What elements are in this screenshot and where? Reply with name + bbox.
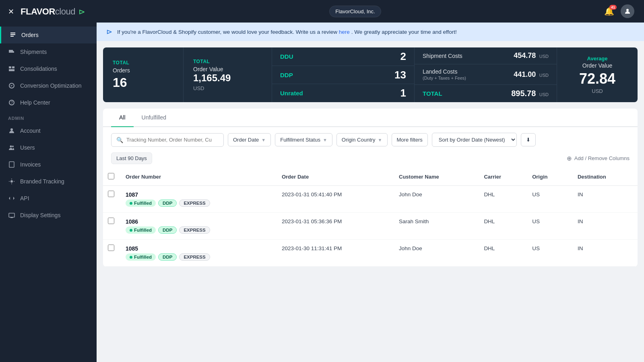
search-box[interactable]: 🔍 (111, 133, 224, 147)
svg-rect-2 (9, 69, 14, 71)
svg-point-8 (12, 146, 14, 147)
sidebar-item-label: Conversion Optimization (20, 82, 82, 89)
sidebar-item-branded-tracking[interactable]: Branded Tracking (0, 173, 97, 190)
banner-link[interactable]: here (339, 29, 350, 35)
shipping-type-badge: EXPRESS (179, 253, 210, 261)
account-icon (8, 127, 15, 134)
costs-stats: Shipment Costs 454.78 USD Landed Costs (… (415, 47, 557, 102)
feedback-banner: ⊳ If you're a FlavorCloud & Shopify cust… (97, 23, 644, 41)
ddp-row: DDP 13 (272, 66, 414, 84)
filters-row: 🔍 Order Date ▼ Fulfillment Status ▼ Orig… (103, 127, 638, 152)
total-costs-value: 895.78 (511, 89, 536, 98)
svg-point-6 (10, 128, 13, 131)
logo-text: FLAVORcloud (21, 6, 75, 17)
date-range-tag[interactable]: Last 90 Days (111, 152, 152, 164)
sidebar-item-users[interactable]: Users (0, 139, 97, 156)
user-avatar-button[interactable] (621, 4, 634, 18)
col-customer-name: Customer Name (392, 168, 477, 186)
row-carrier: DHL (477, 240, 526, 267)
row-origin: US (526, 213, 571, 240)
shipment-costs-currency: USD (539, 54, 549, 59)
notifications-button[interactable]: 🔔 41 (604, 6, 614, 16)
row-checkbox[interactable] (108, 245, 114, 251)
shipment-costs-label: Shipment Costs (423, 53, 462, 59)
row-customer-name: John Doe (392, 240, 477, 267)
col-destination: Destination (571, 168, 638, 186)
row-checkbox[interactable] (108, 218, 114, 224)
shipment-costs-row: Shipment Costs 454.78 USD (415, 47, 557, 64)
download-button[interactable]: ⬇ (521, 133, 536, 146)
order-date-label: Order Date (233, 137, 259, 143)
tab-unfulfilled[interactable]: Unfulfilled (134, 109, 174, 127)
total-value-value: 1,165.49 (193, 72, 262, 84)
landed-costs-currency: USD (539, 73, 549, 78)
table-body: 1087 Fulfilled DDP EXPRESS 2023-01-31 05… (103, 186, 638, 267)
download-icon: ⬇ (526, 137, 530, 143)
tab-all[interactable]: All (111, 109, 134, 127)
sidebar-item-consolidations[interactable]: Consolidations (0, 60, 97, 77)
order-tags: Fulfilled DDP EXPRESS (126, 226, 269, 234)
branded-tracking-icon (8, 178, 15, 185)
col-order-date: Order Date (275, 168, 392, 186)
total-costs-amount-wrap: 895.78 USD (511, 89, 549, 98)
duty-type-badge: DDP (158, 226, 177, 234)
sidebar-item-account[interactable]: Account (0, 122, 97, 139)
sidebar-item-label: Shipments (20, 49, 47, 55)
row-order-number-cell: 1087 Fulfilled DDP EXPRESS (119, 186, 275, 213)
orders-table: Order Number Order Date Customer Name Ca… (103, 168, 638, 267)
sidebar-item-label: Users (20, 144, 35, 151)
chevron-down-icon: ▼ (261, 138, 266, 142)
shipments-icon (8, 48, 15, 56)
sidebar-header: ✕ FLAVORcloud ⊳ (0, 0, 97, 23)
banner-text: If you're a FlavorCloud & Shopify custom… (117, 29, 457, 35)
orders-icon (9, 31, 17, 39)
total-costs-row: TOTAL 895.78 USD (415, 85, 557, 102)
more-filters-button[interactable]: More filters (392, 133, 428, 146)
col-origin: Origin (526, 168, 571, 186)
banner-text-after: . We greatly appreciate your time and ef… (351, 29, 457, 35)
total-costs-currency: USD (539, 92, 549, 97)
invoices-icon (8, 161, 15, 168)
total-value-label: TOTAL (193, 59, 262, 64)
average-currency: USD (592, 88, 603, 94)
order-date-filter[interactable]: Order Date ▼ (228, 133, 271, 146)
fulfillment-status-filter[interactable]: Fulfillment Status ▼ (275, 133, 332, 146)
search-input[interactable] (126, 137, 219, 143)
close-sidebar-button[interactable]: ✕ (8, 7, 14, 16)
sort-select[interactable]: Sort by Order Date (Newest) (432, 133, 517, 147)
sidebar-item-invoices[interactable]: Invoices (0, 156, 97, 173)
ddp-label: DDP (280, 72, 293, 78)
sidebar-item-help-center[interactable]: ? Help Center (0, 94, 97, 111)
unrated-label: Unrated (280, 90, 303, 97)
row-carrier: DHL (477, 213, 526, 240)
row-origin: US (526, 240, 571, 267)
date-tag-row: Last 90 Days ⊕ Add / Remove Columns (103, 152, 638, 168)
landed-costs-row: Landed Costs (Duty + Taxes + Fees) 441.0… (415, 64, 557, 85)
sidebar-item-shipments[interactable]: Shipments (0, 43, 97, 60)
origin-country-filter[interactable]: Origin Country ▼ (336, 133, 388, 146)
ddu-label: DDU (280, 53, 293, 60)
sidebar-item-orders[interactable]: Orders (0, 27, 97, 43)
average-label: Average (587, 56, 608, 62)
add-remove-columns-button[interactable]: ⊕ Add / Remove Columns (567, 155, 630, 162)
sidebar-item-api[interactable]: API (0, 190, 97, 207)
order-number: 1085 (126, 245, 269, 252)
sidebar-item-label: Branded Tracking (20, 178, 64, 185)
sidebar-item-display-settings[interactable]: Display Settings (0, 207, 97, 224)
company-badge[interactable]: FlavorCloud, Inc. (329, 6, 381, 17)
order-tags: Fulfilled DDP EXPRESS (126, 253, 269, 261)
row-origin: US (526, 186, 571, 213)
select-all-checkbox[interactable] (108, 173, 114, 179)
unrated-row: Unrated 1 (272, 84, 414, 102)
row-checkbox[interactable] (108, 191, 114, 197)
duty-type-badge: DDP (158, 253, 177, 261)
row-carrier: DHL (477, 186, 526, 213)
sidebar-item-conversion-optimization[interactable]: Conversion Optimization (0, 77, 97, 94)
main-content: FlavorCloud, Inc. 🔔 41 ⊳ If you're a Fla… (97, 0, 644, 362)
logo: FLAVORcloud ⊳ (21, 6, 85, 17)
orders-table-wrap: Order Number Order Date Customer Name Ca… (103, 168, 638, 267)
shipment-costs-label-wrap: Shipment Costs (423, 53, 462, 59)
chevron-down-icon: ▼ (378, 138, 382, 142)
svg-rect-1 (12, 66, 14, 68)
origin-country-label: Origin Country (342, 137, 376, 143)
